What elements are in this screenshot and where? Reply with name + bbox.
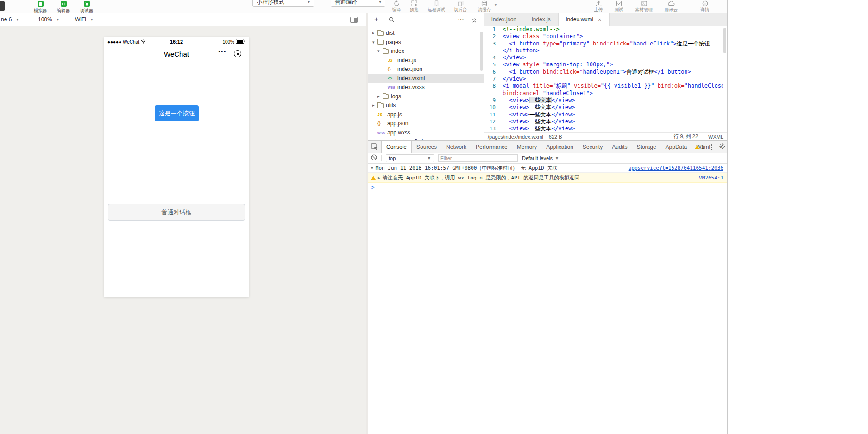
devtools-tab-performance[interactable]: Performance [471, 141, 512, 153]
clock-label: 16:12 [170, 39, 183, 45]
settings-gear-icon[interactable] [719, 143, 725, 151]
remote-debug-button[interactable]: 远程调试 [423, 0, 449, 13]
console-source-link[interactable]: appservice?t=1528704116541:2036 [629, 165, 723, 171]
tencent-cloud-button[interactable]: 腾讯云 [660, 0, 683, 13]
more-options-button[interactable]: … [458, 14, 464, 21]
code-line[interactable]: bind:cancel="handleClose1"> [484, 90, 723, 97]
code-line[interactable]: 6 <i-button bind:click="handleOpen1">普通对… [484, 69, 723, 76]
tree-folder-logs[interactable]: ▸logs [368, 92, 484, 102]
devtools-tab-application[interactable]: Application [541, 141, 578, 153]
mode-select[interactable]: 小程序模式 ▾ [252, 0, 314, 7]
preview-button[interactable]: 预览 [406, 0, 422, 13]
devtools-tab-console[interactable]: Console [381, 141, 412, 153]
debugger-toggle-button[interactable]: 调试器 [76, 0, 97, 13]
devtools-tab-network[interactable]: Network [441, 141, 471, 153]
code-line[interactable]: 11 <view>一些文本</view> [484, 111, 723, 118]
page-title: WeChat [104, 46, 249, 62]
network-select[interactable]: WiFi ▾ [75, 13, 93, 26]
tree-file-index.wxml[interactable]: <>index.wxml [368, 74, 484, 83]
code-line[interactable]: 12 <view>一些文本</view> [484, 118, 723, 125]
add-file-button[interactable]: + [374, 15, 378, 23]
tree-file-app.json[interactable]: {}app.json [368, 119, 484, 128]
chevron-right-icon[interactable]: ▸ [372, 29, 377, 38]
code-line[interactable]: 9 <view>一些文本</view> [484, 97, 723, 104]
code-line[interactable]: 8<i-modal title="标题" visible="{{ visible… [484, 83, 723, 89]
tree-file-index.wxss[interactable]: wssindex.wxss [368, 83, 484, 92]
code-line[interactable]: 1<!--index.wxml--> [484, 26, 723, 33]
collapse-all-icon[interactable] [472, 17, 477, 25]
compile-button[interactable]: 编译 [388, 0, 405, 13]
editor-scrollbar[interactable] [723, 28, 726, 53]
main-toolbar: 模拟器 编辑器 调试器 小程序模式 ▾ 普通编译 ▾ 编译 [0, 0, 727, 13]
primary-demo-button[interactable]: 这是一个按钮 [155, 105, 199, 121]
code-line[interactable]: 2<view class="container"> [484, 33, 723, 40]
devtools-tab-memory[interactable]: Memory [512, 141, 541, 153]
editor-tab-index.wxml[interactable]: index.wxml× [559, 13, 610, 26]
console-source-link[interactable]: VM2654:1 [699, 175, 723, 181]
console-message[interactable]: ▶请注意无 AppID 关联下，调用 wx.login 是受限的，API 的返回… [368, 173, 727, 183]
menu-dots-icon[interactable]: ••• [218, 49, 226, 54]
tree-file-index.json[interactable]: {}index.json [368, 65, 484, 74]
editor-tab-index.js[interactable]: index.js [524, 13, 559, 26]
capsule-home-icon[interactable] [234, 50, 241, 57]
assets-manager-button[interactable]: 素材管理 [630, 0, 658, 13]
editor-toggle-button[interactable]: 编辑器 [53, 0, 74, 13]
code-line[interactable]: </i-button> [484, 47, 723, 54]
code-line[interactable]: 5<view style="margin-top: 100px;"> [484, 61, 723, 68]
tree-folder-pages[interactable]: ▾pages [368, 38, 484, 47]
clear-console-icon[interactable] [371, 154, 377, 162]
background-switch-button[interactable]: 切后台 [450, 0, 471, 13]
window-menu-icon[interactable] [0, 1, 5, 11]
device-select[interactable]: ne 6 ▾ [1, 13, 19, 26]
console-filter-input[interactable] [438, 154, 518, 162]
chevron-down-icon[interactable]: ▾ [372, 38, 377, 47]
dock-layout-icon[interactable] [350, 16, 358, 25]
test-button[interactable]: 测试 [610, 0, 628, 13]
line-number: 4 [484, 54, 503, 61]
tencent-cloud-label: 腾讯云 [665, 7, 678, 13]
clear-cache-button[interactable]: 清缓存 ▾ [472, 0, 497, 13]
tree-file-project.config.json[interactable]: {}project.config.json [368, 137, 484, 140]
zoom-select[interactable]: 100% ▾ [38, 13, 59, 26]
devtools-tab-appdata[interactable]: AppData [661, 141, 692, 153]
file-tree-scrollbar[interactable] [480, 32, 483, 71]
devtools-tab-security[interactable]: Security [578, 141, 607, 153]
code-line[interactable]: 4</view> [484, 54, 723, 61]
search-icon[interactable] [389, 16, 395, 25]
editor-tab-index.json[interactable]: index.json [484, 13, 524, 26]
devtools-tab-storage[interactable]: Storage [632, 141, 661, 153]
execution-context-select[interactable]: top ▼ [386, 154, 434, 162]
file-path-label: /pages/index/index.wxml [488, 134, 543, 140]
code-line[interactable]: 3 <i-button type="primary" bind:click="h… [484, 40, 723, 47]
console-prompt[interactable]: > [368, 183, 727, 190]
expand-triangle-icon[interactable]: ▼ [371, 166, 373, 170]
code-line[interactable]: 13 <view>一些文本</view> [484, 125, 723, 132]
chevron-right-icon[interactable]: ▸ [377, 92, 383, 102]
code-area[interactable]: 1<!--index.wxml-->2<view class="containe… [484, 26, 723, 132]
simulator-toggle-button[interactable]: 模拟器 [30, 0, 51, 13]
close-icon[interactable]: × [598, 16, 602, 23]
tree-file-index.js[interactable]: JSindex.js [368, 56, 484, 65]
tree-file-app.js[interactable]: JSapp.js [368, 110, 484, 120]
chevron-right-icon[interactable]: ▸ [372, 101, 377, 110]
details-button[interactable]: 详情 [695, 0, 715, 13]
devtools-tab-audits[interactable]: Audits [607, 141, 632, 153]
chevron-down-icon[interactable]: ▾ [377, 47, 383, 56]
console-message[interactable]: ▼Mon Jun 11 2018 16:01:57 GMT+0800（中国标准时… [368, 164, 727, 173]
upload-button[interactable]: 上传 [589, 0, 608, 13]
code-line[interactable]: 10 <view>一些文本</view> [484, 104, 723, 111]
log-levels-select[interactable]: Default levels ▼ [522, 155, 559, 161]
console-warning-badge[interactable]: 1 [695, 144, 704, 150]
file-name: app.js [387, 110, 402, 120]
inspect-element-icon[interactable] [368, 141, 381, 153]
devtools-tab-sources[interactable]: Sources [412, 141, 441, 153]
dialog-demo-button[interactable]: 普通对话框 [108, 204, 245, 221]
expand-triangle-icon[interactable]: ▶ [378, 176, 380, 180]
code-line[interactable]: 7</view> [484, 76, 723, 83]
tree-folder-index[interactable]: ▾index [368, 47, 484, 56]
compile-mode-select[interactable]: 普通编译 ▾ [331, 0, 385, 7]
tree-folder-dist[interactable]: ▸dist [368, 29, 484, 38]
tree-folder-utils[interactable]: ▸utils [368, 101, 484, 110]
devtools-menu-icon[interactable] [711, 147, 712, 148]
tree-file-app.wxss[interactable]: wssapp.wxss [368, 128, 484, 138]
